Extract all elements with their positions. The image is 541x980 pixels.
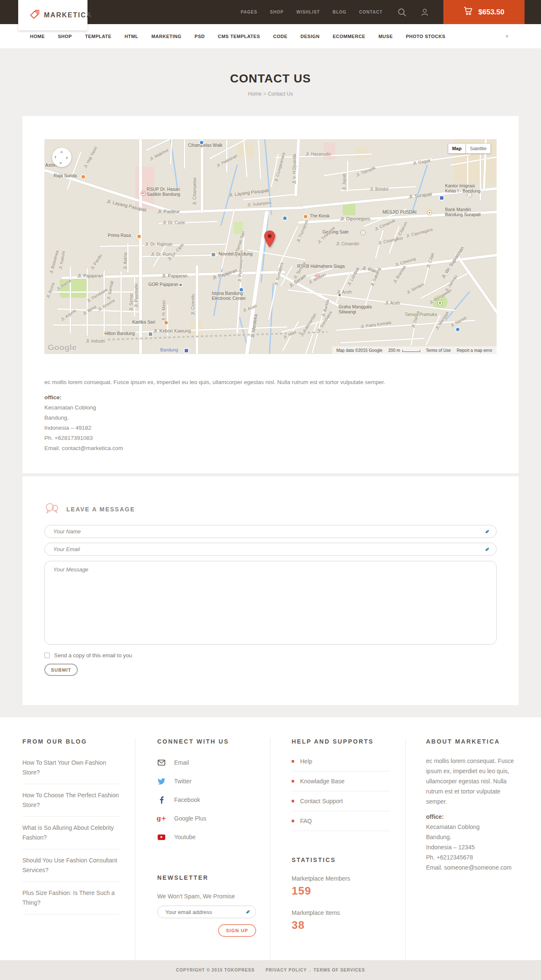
social-link-google-plus[interactable]: g+ Google Plus (157, 809, 255, 828)
map-label: Jl. Pajajaran (77, 273, 103, 278)
map-label: The Kiosk (310, 213, 315, 218)
send-copy-checkbox[interactable] (44, 653, 50, 658)
category-nav-item[interactable]: HOME (30, 34, 45, 39)
blog-post-link[interactable]: Plus Size Fashion: Is There Such a Thing… (22, 882, 120, 914)
help-link[interactable]: Help (292, 752, 390, 771)
map-poi-icon (239, 287, 244, 292)
blog-post-link[interactable]: What is So Alluring About Celebrity Fash… (22, 817, 120, 849)
address-line: Email. someone@someone.com (426, 862, 519, 873)
square-bullet-icon (292, 800, 294, 802)
nav-more-chevron-icon[interactable]: » (504, 35, 511, 38)
map-button[interactable]: Map (448, 143, 466, 154)
top-nav-item[interactable]: CONTACT (359, 10, 383, 14)
name-input[interactable] (44, 525, 497, 538)
signup-button[interactable]: SIGN UP (218, 924, 256, 937)
category-nav-item[interactable]: TEMPLATE (85, 34, 111, 39)
category-nav-item[interactable]: PSD (194, 34, 205, 39)
address-line: Indonesia – 49182 (44, 423, 497, 433)
statistics-title: STATISTICS (292, 856, 390, 863)
message-textarea[interactable] (44, 561, 497, 645)
brand-name: MARKETICA (44, 11, 92, 19)
category-nav-item[interactable]: MARKETING (151, 34, 181, 39)
social-link-facebook[interactable]: Facebook (157, 791, 255, 809)
map-pan-control[interactable]: › › › › (52, 148, 71, 167)
category-nav-item[interactable]: SHOP (58, 34, 72, 39)
google-map[interactable]: Cihampelas WalkAstonRaja SundaJl. Haji Y… (44, 139, 497, 354)
map-label: Jl. Patra Komala (360, 320, 391, 329)
map-poi-icon (437, 300, 443, 305)
social-link-twitter[interactable]: Twitter (157, 772, 255, 791)
stat-label: Marketplace Members (292, 875, 390, 882)
square-bullet-icon (292, 760, 294, 763)
address-line: Kecamatan Coblong (44, 403, 497, 413)
map-label: Aston (45, 162, 50, 167)
account-icon[interactable] (421, 8, 429, 16)
category-nav-item[interactable]: CODE (273, 34, 287, 39)
map-label: Jl. Tirtayasa (317, 225, 336, 245)
pan-right-icon[interactable]: › (66, 155, 68, 160)
category-nav-item[interactable]: ECOMMERCE (333, 34, 365, 39)
footer: FROM OUR BLOG How To Start Your Own Fash… (0, 717, 541, 960)
cart-icon (464, 7, 473, 17)
office-address-block: office: Kecamatan CoblongBandung.Indones… (44, 393, 497, 453)
submit-button[interactable]: SUBMIT (44, 664, 78, 676)
square-bullet-icon (292, 780, 294, 782)
pan-down-icon[interactable]: › (58, 162, 64, 164)
map-poi-icon (282, 216, 287, 221)
map-label: Jl. Dr. Rajiman (145, 242, 172, 247)
social-link-youtube[interactable]: Youtube (157, 828, 255, 846)
breadcrumb-home[interactable]: Home (248, 91, 262, 97)
search-icon[interactable] (398, 8, 406, 16)
help-link[interactable]: Knowladge Base (292, 771, 390, 791)
map-poi-icon (81, 174, 86, 179)
top-nav-item[interactable]: SHOP (270, 10, 284, 14)
newsletter-email-input[interactable] (157, 906, 256, 918)
pan-up-icon[interactable]: › (58, 151, 64, 153)
category-nav-item[interactable]: PHOTO STOCKS (406, 34, 445, 39)
category-nav-item[interactable]: DESIGN (301, 34, 320, 39)
report-map-error-link[interactable]: Report a map error (457, 348, 492, 353)
about-office-block: office: Kecamatan CoblongBandung.Indones… (426, 812, 519, 873)
address-line: Bandung. (426, 832, 519, 842)
social-link-email[interactable]: Email (157, 753, 255, 772)
satellite-button[interactable]: Satellite (466, 143, 491, 154)
blog-post-link[interactable]: Should You Use Fashion Consultant Servic… (22, 849, 120, 882)
copyright-bar: COPYRIGHT © 2015 TOKOPRESS PRIVACY POLIC… (0, 960, 541, 980)
privacy-policy-link[interactable]: PRIVACY POLICY (265, 968, 307, 972)
map-label: Jl. Pandu (90, 253, 103, 271)
map-label: Jl. Astina (123, 253, 128, 269)
page-header: CONTACT US Home>Contact Us (0, 48, 541, 116)
map-label: Jl. Sulanjana (247, 200, 271, 208)
terms-of-use-link[interactable]: Terms of Use (426, 348, 451, 353)
address-line: Bandung. (44, 413, 497, 423)
terms-of-services-link[interactable]: TERMS OF SERVICES (314, 968, 365, 972)
google-plus-icon: g+ (157, 815, 166, 822)
pan-left-icon[interactable]: › (55, 155, 56, 160)
top-nav-item[interactable]: BLOG (333, 10, 347, 14)
contact-info-card: Cihampelas WalkAstonRaja SundaJl. Haji Y… (22, 116, 519, 473)
blog-post-link[interactable]: How To Start Your Own Fashion Store? (22, 752, 120, 784)
map-label: Jl. Cicendo (191, 294, 196, 315)
email-input[interactable] (44, 543, 497, 556)
category-nav-item[interactable]: MUSE (378, 34, 393, 39)
top-nav-item[interactable]: PAGES (241, 10, 257, 14)
breadcrumb: Home>Contact Us (0, 91, 541, 97)
blog-post-link[interactable]: How To Choose The Perfect Fashion Store? (22, 784, 120, 817)
map-label: Jl. Pasteur (158, 209, 180, 214)
cart-button[interactable]: $653.50 (443, 0, 525, 24)
tag-logo-icon (29, 9, 40, 22)
map-label: Jl. Diponegoro (340, 216, 370, 221)
category-nav-item[interactable]: HTML (125, 34, 139, 39)
category-nav-item[interactable]: CMS TEMPLATES (218, 34, 260, 39)
contact-intro-text: ec mollis lorem consequat. Fusce ipsum e… (44, 378, 497, 387)
top-nav-item[interactable]: WISHLIST (296, 10, 320, 14)
help-link[interactable]: Contact Support (292, 791, 390, 811)
map-marker-pin-icon[interactable] (264, 231, 275, 249)
logo[interactable]: MARKETICA (18, 0, 87, 30)
map-label: Novotel Bandung (219, 251, 224, 256)
map-label: Jl. Haji Yasin (83, 145, 98, 169)
help-link[interactable]: FAQ (292, 811, 390, 831)
map-label: Jl. Pajajaran (162, 273, 188, 278)
social-label: Youtube (174, 834, 196, 840)
google-logo: Google (48, 343, 77, 352)
